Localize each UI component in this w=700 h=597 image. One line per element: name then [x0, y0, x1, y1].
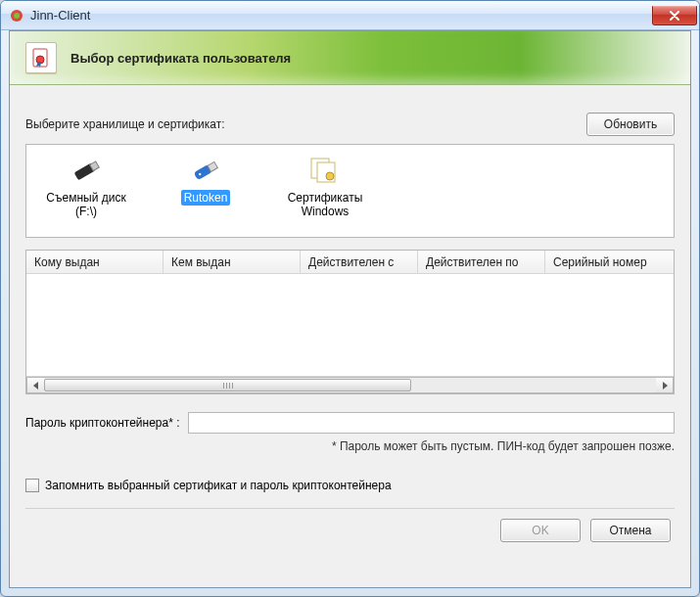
certificate-table: Кому выдан Кем выдан Действителен с Дейс…	[25, 250, 675, 394]
scroll-right-button[interactable]	[656, 377, 674, 393]
usb-drive-icon	[67, 155, 106, 186]
titlebar[interactable]: Jinn-Client	[1, 1, 699, 30]
scroll-left-button[interactable]	[26, 377, 44, 393]
storage-label: Сертификаты Windows	[281, 190, 369, 219]
column-header[interactable]: Кому выдан	[26, 251, 163, 273]
dialog-footer: OK Отмена	[25, 519, 675, 542]
client-area: Выбор сертификата пользователя Выберите …	[9, 30, 691, 588]
certificates-icon	[305, 155, 345, 186]
remember-checkbox[interactable]	[25, 479, 39, 492]
rutoken-icon	[186, 155, 225, 186]
password-input[interactable]	[188, 412, 675, 434]
storage-item-rutoken[interactable]: Rutoken	[162, 155, 250, 206]
content: Выберите хранилище и сертификат: Обновит…	[10, 85, 690, 552]
remember-row: Запомнить выбранный сертификат и пароль …	[25, 479, 675, 492]
storage-list: Съемный диск (F:\) Rutoken Сертификаты W…	[25, 144, 675, 238]
svg-point-11	[326, 172, 334, 180]
column-header[interactable]: Кем выдан	[163, 251, 301, 273]
app-window: Jinn-Client Выбор сертификата пользовате…	[0, 0, 700, 597]
horizontal-scrollbar[interactable]	[26, 376, 674, 393]
column-header[interactable]: Действителен с	[301, 251, 418, 273]
cancel-button[interactable]: Отмена	[590, 519, 671, 542]
scroll-thumb[interactable]	[44, 379, 411, 391]
storage-item-windows-certs[interactable]: Сертификаты Windows	[281, 155, 369, 219]
scroll-track[interactable]	[44, 377, 656, 393]
remember-label: Запомнить выбранный сертификат и пароль …	[45, 479, 392, 492]
password-row: Пароль криптоконтейнера* :	[25, 412, 675, 434]
table-body[interactable]	[26, 274, 674, 376]
close-button[interactable]	[652, 6, 697, 25]
storage-label: Съемный диск (F:\)	[42, 190, 130, 219]
divider	[25, 508, 675, 509]
instruction-label: Выберите хранилище и сертификат:	[25, 117, 225, 131]
banner: Выбор сертификата пользователя	[10, 31, 690, 85]
ok-button[interactable]: OK	[500, 519, 581, 542]
svg-point-1	[14, 13, 20, 19]
password-label: Пароль криптоконтейнера* :	[25, 416, 180, 430]
page-title: Выбор сертификата пользователя	[70, 51, 291, 66]
refresh-button[interactable]: Обновить	[586, 113, 675, 136]
app-icon	[9, 8, 24, 23]
table-header: Кому выдан Кем выдан Действителен с Дейс…	[26, 251, 674, 274]
window-title: Jinn-Client	[30, 8, 90, 23]
certificate-icon	[25, 42, 57, 73]
storage-item-removable-disk[interactable]: Съемный диск (F:\)	[42, 155, 130, 219]
column-header[interactable]: Серийный номер	[545, 251, 674, 273]
storage-label: Rutoken	[181, 190, 231, 206]
column-header[interactable]: Действителен по	[418, 251, 545, 273]
password-hint: * Пароль может быть пустым. ПИН-код буде…	[25, 439, 675, 453]
